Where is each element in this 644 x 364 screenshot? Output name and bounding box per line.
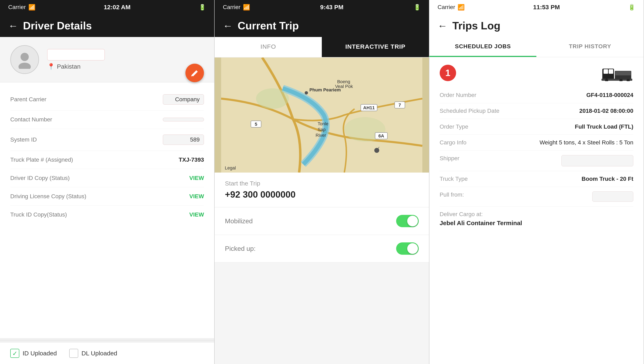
map-container[interactable]: 5 7 AH11 6A Phum Peariem Tonle Sap River… xyxy=(214,58,429,172)
contact-number-label: Contact Number xyxy=(10,116,52,123)
parent-carrier-label: Parent Carrier xyxy=(10,96,46,103)
id-uploaded-checkbox-item: ✓ ID Uploaded xyxy=(10,349,57,358)
battery-icon-2: 🔋 xyxy=(414,4,421,11)
order-type-row: Order Type Full Truck Load (FTL) xyxy=(440,119,633,135)
battery-icon-1: 🔋 xyxy=(199,4,206,11)
svg-text:Veal Pok: Veal Pok xyxy=(335,84,353,89)
edit-fab-button[interactable] xyxy=(186,64,204,82)
driver-id-copy-row: Driver ID Copy (Status) VIEW xyxy=(10,169,204,187)
dl-uploaded-checkbox-item: DL Uploaded xyxy=(69,349,117,358)
time-3: 11:53 PM xyxy=(533,4,560,11)
pull-from-row: Pull from: xyxy=(440,187,633,206)
picked-up-label: Picked up: xyxy=(225,245,256,252)
id-uploaded-checkbox[interactable]: ✓ xyxy=(10,349,19,358)
details-card: Parent Carrier Company Contact Number Sy… xyxy=(0,82,214,338)
driver-id-copy-value[interactable]: VIEW xyxy=(189,175,204,182)
svg-point-0 xyxy=(20,53,29,61)
mobilized-toggle[interactable] xyxy=(396,215,419,227)
avatar xyxy=(10,45,39,74)
driver-name-field[interactable] xyxy=(47,49,105,60)
carrier-label-1: Carrier xyxy=(8,4,26,10)
scheduled-pickup-value: 2018-01-02 08:00:00 xyxy=(579,108,633,114)
order-number-row: Order Number GF4-0118-000024 xyxy=(440,87,633,103)
driving-license-value[interactable]: VIEW xyxy=(189,193,204,200)
scheduled-pickup-label: Scheduled Pickup Date xyxy=(440,108,501,114)
driver-location: 📍 Pakistan xyxy=(47,63,105,70)
driving-license-row: Driving License Copy (Status) VIEW xyxy=(10,187,204,206)
tab-trip-history[interactable]: TRIP HISTORY xyxy=(536,37,644,57)
driving-license-label: Driving License Copy (Status) xyxy=(10,193,86,200)
deliver-cargo-section: Deliver Cargo at: Jebel Ali Container Te… xyxy=(440,206,633,231)
truck-type-label: Truck Type xyxy=(440,176,501,182)
tab-scheduled-jobs[interactable]: SCHEDULED JOBS xyxy=(430,37,536,57)
deliver-cargo-label: Deliver Cargo at: xyxy=(440,211,633,218)
phone-number[interactable]: +92 300 0000000 xyxy=(225,190,418,200)
tab-interactive-trip[interactable]: INTERACTIVE TRIP xyxy=(322,37,429,57)
truck-id-copy-label: Truck ID Copy(Status) xyxy=(10,211,67,218)
scheduled-pickup-row: Scheduled Pickup Date 2018-01-02 08:00:0… xyxy=(440,103,633,119)
dl-uploaded-checkbox[interactable] xyxy=(69,349,78,358)
picked-up-toggle-section: Picked up: xyxy=(214,235,429,262)
back-button-3[interactable]: ← xyxy=(438,20,448,32)
deliver-cargo-value: Jebel Ali Container Terminal xyxy=(440,220,633,226)
map-svg: 5 7 AH11 6A Phum Peariem Tonle Sap River… xyxy=(214,58,429,172)
status-bar-left-1: Carrier 📶 xyxy=(8,4,36,11)
back-button-2[interactable]: ← xyxy=(223,20,233,32)
truck-type-row: Truck Type Boom Truck - 20 Ft xyxy=(440,171,633,187)
app-header-2: ← Current Trip xyxy=(214,14,429,37)
page-title-1: Driver Details xyxy=(23,20,92,32)
truck-plate-row: Truck Plate # (Assigned) TXJ-7393 xyxy=(10,151,204,169)
status-bar-left-2: Carrier 📶 xyxy=(223,4,250,11)
order-type-label: Order Type xyxy=(440,124,501,130)
trips-content: 1 O xyxy=(430,57,644,364)
cargo-info-label: Cargo Info xyxy=(440,139,501,146)
svg-text:Legal: Legal xyxy=(225,165,236,170)
dl-uploaded-label: DL Uploaded xyxy=(82,350,117,357)
svg-point-3 xyxy=(256,88,289,109)
page-title-3: Trips Log xyxy=(452,20,500,32)
order-number-label: Order Number xyxy=(440,92,501,98)
cargo-info-row: Cargo Info Weight 5 tons, 4 x Steel Roll… xyxy=(440,135,633,150)
svg-point-1 xyxy=(18,63,31,69)
picked-up-toggle[interactable] xyxy=(396,242,419,255)
parent-carrier-value[interactable]: Company xyxy=(163,94,204,104)
status-bar-3: Carrier 📶 11:53 PM 🔋 xyxy=(430,0,644,14)
svg-rect-31 xyxy=(615,71,631,76)
app-header-3: ← Trips Log xyxy=(430,14,644,37)
pull-from-input[interactable] xyxy=(592,192,633,202)
contact-number-value[interactable] xyxy=(163,118,204,122)
truck-plate-label: Truck Plate # (Assigned) xyxy=(10,156,73,163)
shipper-label: Shipper xyxy=(440,155,501,162)
carrier-label-3: Carrier xyxy=(438,4,455,10)
driver-profile-section: 📍 Pakistan xyxy=(0,37,214,82)
badge-row: 1 xyxy=(440,65,633,81)
svg-text:7: 7 xyxy=(398,102,401,108)
start-trip-label: Start the Trip xyxy=(225,180,418,187)
wifi-icon-1: 📶 xyxy=(28,4,36,11)
status-bar-right-3: 🔋 xyxy=(628,4,636,11)
tab-info[interactable]: INFO xyxy=(214,37,322,57)
shipper-row: Shipper xyxy=(440,150,633,171)
status-bar-right-2: 🔋 xyxy=(414,4,421,11)
status-bar-2: Carrier 📶 9:43 PM 🔋 xyxy=(214,0,429,14)
system-id-value[interactable]: 589 xyxy=(163,134,204,145)
status-bar-1: Carrier 📶 12:02 AM 🔋 xyxy=(0,0,214,14)
time-1: 12:02 AM xyxy=(104,4,130,11)
truck-id-copy-value[interactable]: VIEW xyxy=(189,211,204,218)
location-pin-icon: 📍 xyxy=(47,63,55,70)
truck-icon xyxy=(600,65,633,81)
mobilized-label: Mobilized xyxy=(225,217,252,225)
svg-text:AH11: AH11 xyxy=(363,105,375,110)
wifi-icon-3: 📶 xyxy=(458,4,465,11)
avatar-icon xyxy=(16,50,34,69)
svg-rect-23 xyxy=(604,69,608,74)
system-id-row: System ID 589 xyxy=(10,129,204,151)
svg-rect-24 xyxy=(609,69,613,74)
shipper-input[interactable] xyxy=(562,155,633,166)
status-bar-right-1: 🔋 xyxy=(199,4,206,11)
svg-point-14 xyxy=(305,91,308,94)
truck-type-value: Boom Truck - 20 Ft xyxy=(582,176,633,182)
current-trip-panel: Carrier 📶 9:43 PM 🔋 ← Current Trip INFO … xyxy=(214,0,429,364)
back-button-1[interactable]: ← xyxy=(8,20,18,32)
svg-text:Tonle: Tonle xyxy=(318,121,328,126)
